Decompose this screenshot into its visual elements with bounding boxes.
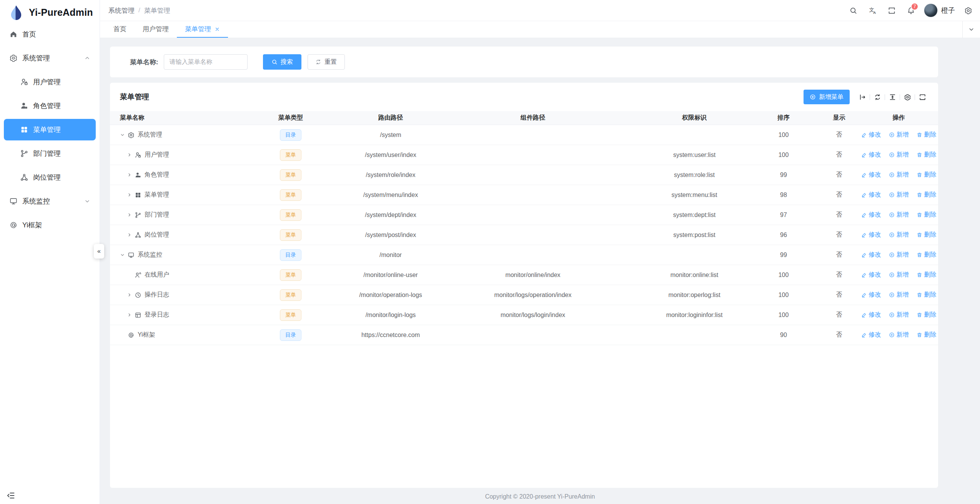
add-link-label: 新增 <box>897 291 909 299</box>
cell-sort: 96 <box>748 232 819 239</box>
expand-toggle[interactable] <box>127 212 135 218</box>
cell-permission: system:role:list <box>641 172 748 179</box>
density-button[interactable] <box>886 90 899 103</box>
sidebar-item-post[interactable]: 岗位管理 <box>4 167 96 188</box>
delete-link[interactable]: 删除 <box>917 151 937 159</box>
search-submit-button[interactable]: 搜索 <box>263 54 301 70</box>
tab-用户管理[interactable]: 用户管理 <box>135 21 177 38</box>
add-link[interactable]: 新增 <box>889 291 909 299</box>
table-fullscreen-button[interactable] <box>916 90 929 103</box>
delete-link[interactable]: 删除 <box>917 311 937 319</box>
add-link[interactable]: 新增 <box>889 191 909 199</box>
delete-link[interactable]: 删除 <box>917 331 937 339</box>
edit-link[interactable]: 修改 <box>861 311 881 319</box>
cell-operations: 修改新增删除 <box>859 131 938 139</box>
expand-toggle[interactable] <box>127 292 135 298</box>
sidebar-item-menu[interactable]: 菜单管理 <box>4 119 96 140</box>
expand-toggle[interactable] <box>127 192 135 198</box>
expand-placeholder <box>127 272 135 278</box>
menu-name-label: 在线用户 <box>145 271 169 279</box>
add-link[interactable]: 新增 <box>889 231 909 239</box>
delete-link[interactable]: 删除 <box>917 211 937 219</box>
notification-button[interactable]: 7 <box>901 0 920 21</box>
sidebar-item-dept[interactable]: 部门管理 <box>4 143 96 164</box>
add-link[interactable]: 新增 <box>889 251 909 259</box>
edit-link[interactable]: 修改 <box>861 291 881 299</box>
tab-菜单管理[interactable]: 菜单管理 <box>177 21 228 38</box>
fullscreen-button[interactable] <box>882 0 901 21</box>
add-link[interactable]: 新增 <box>889 131 909 139</box>
tab-close-icon[interactable] <box>215 27 220 32</box>
user-menu[interactable]: 橙子 <box>924 3 955 17</box>
expand-toggle[interactable] <box>127 172 135 178</box>
breadcrumb-item[interactable]: 系统管理 <box>108 6 135 15</box>
sidebar-item-system[interactable]: 系统管理 <box>4 47 96 69</box>
menu-name-label: 岗位管理 <box>145 231 169 239</box>
menu-fold-icon[interactable] <box>6 491 15 500</box>
sidebar-item-frame[interactable]: Yi框架 <box>4 214 96 236</box>
refresh-table-button[interactable] <box>871 90 884 103</box>
add-link[interactable]: 新增 <box>889 211 909 219</box>
delete-link[interactable]: 删除 <box>917 171 937 179</box>
add-link[interactable]: 新增 <box>889 331 909 339</box>
delete-link[interactable]: 删除 <box>917 271 937 279</box>
trash-icon <box>917 232 922 238</box>
column-header[interactable]: 组件路径 <box>425 114 641 122</box>
delete-link[interactable]: 删除 <box>917 231 937 239</box>
add-link[interactable]: 新增 <box>889 271 909 279</box>
sidebar-item-home[interactable]: 首页 <box>4 23 96 45</box>
delete-link[interactable]: 删除 <box>917 131 937 139</box>
tab-首页[interactable]: 首页 <box>105 21 135 38</box>
sidebar-item-user[interactable]: 用户管理 <box>4 71 96 93</box>
table-row: 系统监控目录/monitor99否修改新增删除 <box>110 245 938 265</box>
edit-link[interactable]: 修改 <box>861 331 881 339</box>
cell-permission: system:dept:list <box>641 212 748 219</box>
sidebar-item-role[interactable]: 角色管理 <box>4 95 96 117</box>
column-header[interactable]: 操作 <box>859 114 938 122</box>
expand-toggle[interactable] <box>127 312 135 318</box>
monitor-icon <box>128 252 135 259</box>
sidebar-item-monitor[interactable]: 系统监控 <box>4 190 96 212</box>
user-icon <box>135 152 141 159</box>
add-link[interactable]: 新增 <box>889 171 909 179</box>
add-link[interactable]: 新增 <box>889 311 909 319</box>
cell-sort: 99 <box>748 172 819 179</box>
column-settings-button[interactable] <box>901 90 914 103</box>
reset-button[interactable]: 重置 <box>308 54 345 70</box>
expand-toggle[interactable] <box>120 132 128 138</box>
menu-name-input[interactable] <box>164 54 248 70</box>
edit-link[interactable]: 修改 <box>861 251 881 259</box>
expand-toggle[interactable] <box>120 252 128 258</box>
column-header[interactable]: 显示 <box>819 114 859 122</box>
expand-toggle[interactable] <box>127 232 135 238</box>
sidebar-collapse-button[interactable]: « <box>94 244 104 259</box>
column-header[interactable]: 排序 <box>748 114 819 122</box>
column-header[interactable]: 菜单名称 <box>110 114 225 122</box>
translate-button[interactable]: 文A <box>863 0 882 21</box>
delete-link[interactable]: 删除 <box>917 251 937 259</box>
menu-type-tag: 菜单 <box>280 149 301 161</box>
export-button[interactable] <box>856 90 869 103</box>
tabs-dropdown-button[interactable] <box>962 21 980 38</box>
edit-link[interactable]: 修改 <box>861 211 881 219</box>
column-header[interactable]: 路由路径 <box>356 114 425 122</box>
edit-link[interactable]: 修改 <box>861 271 881 279</box>
edit-link[interactable]: 修改 <box>861 171 881 179</box>
edit-link[interactable]: 修改 <box>861 191 881 199</box>
search-icon <box>849 7 857 15</box>
add-link[interactable]: 新增 <box>889 151 909 159</box>
delete-link[interactable]: 删除 <box>917 291 937 299</box>
column-header[interactable]: 权限标识 <box>641 114 748 122</box>
cell-visible: 否 <box>819 131 859 139</box>
search-button[interactable] <box>844 0 863 21</box>
edit-link[interactable]: 修改 <box>861 151 881 159</box>
delete-link[interactable]: 删除 <box>917 191 937 199</box>
column-header[interactable]: 菜单类型 <box>225 114 356 122</box>
add-menu-button[interactable]: 新增菜单 <box>804 90 850 104</box>
edit-link[interactable]: 修改 <box>861 131 881 139</box>
edit-link[interactable]: 修改 <box>861 231 881 239</box>
expand-toggle[interactable] <box>127 152 135 158</box>
chevron-right-icon <box>127 172 132 177</box>
settings-button[interactable] <box>958 0 978 21</box>
cell-route-path: /monitor/online-user <box>356 272 425 279</box>
